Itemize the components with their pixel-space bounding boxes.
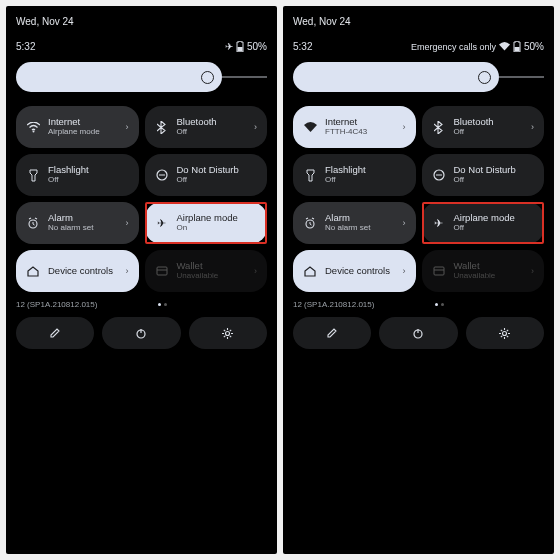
wifi-icon	[26, 122, 40, 133]
tile-dnd[interactable]: Do Not DisturbOff	[145, 154, 268, 196]
chevron-right-icon: ›	[254, 122, 257, 132]
battery-icon	[513, 41, 521, 52]
chevron-right-icon: ›	[531, 266, 534, 276]
wifi-status-icon	[499, 42, 510, 51]
wallet-icon	[432, 266, 446, 276]
tile-airplane[interactable]: ✈ Airplane modeOn	[145, 202, 268, 244]
svg-point-18	[503, 331, 507, 335]
wallet-icon	[155, 266, 169, 276]
tile-internet[interactable]: InternetFTTH-4C43 ›	[293, 106, 416, 148]
settings-button[interactable]	[466, 317, 544, 349]
phone-left: Wed, Nov 24 5:32 ✈ 50% InternetAirplane …	[6, 6, 277, 554]
brightness-icon	[478, 71, 491, 84]
tile-flashlight[interactable]: FlashlightOff	[16, 154, 139, 196]
alarm-icon	[26, 217, 40, 229]
tile-wallet[interactable]: WalletUnavailable ›	[422, 250, 545, 292]
status-bar: 5:32 ✈ 50%	[16, 41, 267, 52]
tile-dnd[interactable]: Do Not DisturbOff	[422, 154, 545, 196]
bluetooth-icon	[155, 121, 169, 134]
battery-text: 50%	[247, 41, 267, 52]
battery-text: 50%	[524, 41, 544, 52]
svg-rect-10	[514, 47, 519, 52]
page-indicator	[158, 303, 167, 306]
tile-bluetooth[interactable]: BluetoothOff ›	[145, 106, 268, 148]
tile-device-controls[interactable]: Device controls ›	[16, 250, 139, 292]
build-label: 12 (SP1A.210812.015)	[293, 300, 374, 309]
svg-rect-14	[434, 267, 444, 275]
chevron-right-icon: ›	[403, 122, 406, 132]
chevron-right-icon: ›	[126, 122, 129, 132]
tile-device-controls[interactable]: Device controls ›	[293, 250, 416, 292]
chevron-right-icon: ›	[531, 122, 534, 132]
tile-bluetooth[interactable]: BluetoothOff ›	[422, 106, 545, 148]
edit-button[interactable]	[16, 317, 94, 349]
brightness-icon	[201, 71, 214, 84]
battery-icon	[236, 41, 244, 52]
edit-button[interactable]	[293, 317, 371, 349]
svg-rect-0	[237, 47, 242, 52]
home-icon	[26, 266, 40, 277]
power-button[interactable]	[379, 317, 457, 349]
time-label: 5:32	[16, 41, 35, 52]
svg-point-1	[32, 130, 34, 132]
flashlight-icon	[303, 169, 317, 182]
dnd-icon	[155, 169, 169, 181]
wifi-icon	[303, 122, 317, 133]
chevron-right-icon: ›	[126, 266, 129, 276]
tile-internet[interactable]: InternetAirplane mode ›	[16, 106, 139, 148]
build-label: 12 (SP1A.210812.015)	[16, 300, 97, 309]
bluetooth-icon	[432, 121, 446, 134]
date-label: Wed, Nov 24	[16, 16, 267, 27]
tile-alarm[interactable]: AlarmNo alarm set ›	[293, 202, 416, 244]
phone-right: Wed, Nov 24 5:32 Emergency calls only 50…	[283, 6, 554, 554]
svg-point-9	[226, 331, 230, 335]
airplane-status-icon: ✈	[225, 41, 233, 52]
emergency-label: Emergency calls only	[411, 42, 496, 52]
flashlight-icon	[26, 169, 40, 182]
tile-airplane[interactable]: ✈ Airplane modeOff	[422, 202, 545, 244]
status-bar: 5:32 Emergency calls only 50%	[293, 41, 544, 52]
alarm-icon	[303, 217, 317, 229]
chevron-right-icon: ›	[126, 218, 129, 228]
svg-rect-5	[157, 267, 167, 275]
dnd-icon	[432, 169, 446, 181]
tile-alarm[interactable]: AlarmNo alarm set ›	[16, 202, 139, 244]
brightness-slider[interactable]	[293, 62, 544, 92]
airplane-icon: ✈	[432, 217, 446, 230]
chevron-right-icon: ›	[403, 266, 406, 276]
brightness-slider[interactable]	[16, 62, 267, 92]
settings-button[interactable]	[189, 317, 267, 349]
tile-wallet[interactable]: WalletUnavailable ›	[145, 250, 268, 292]
home-icon	[303, 266, 317, 277]
date-label: Wed, Nov 24	[293, 16, 544, 27]
power-button[interactable]	[102, 317, 180, 349]
chevron-right-icon: ›	[254, 266, 257, 276]
page-indicator	[435, 303, 444, 306]
airplane-icon: ✈	[155, 217, 169, 230]
time-label: 5:32	[293, 41, 312, 52]
tile-flashlight[interactable]: FlashlightOff	[293, 154, 416, 196]
chevron-right-icon: ›	[403, 218, 406, 228]
